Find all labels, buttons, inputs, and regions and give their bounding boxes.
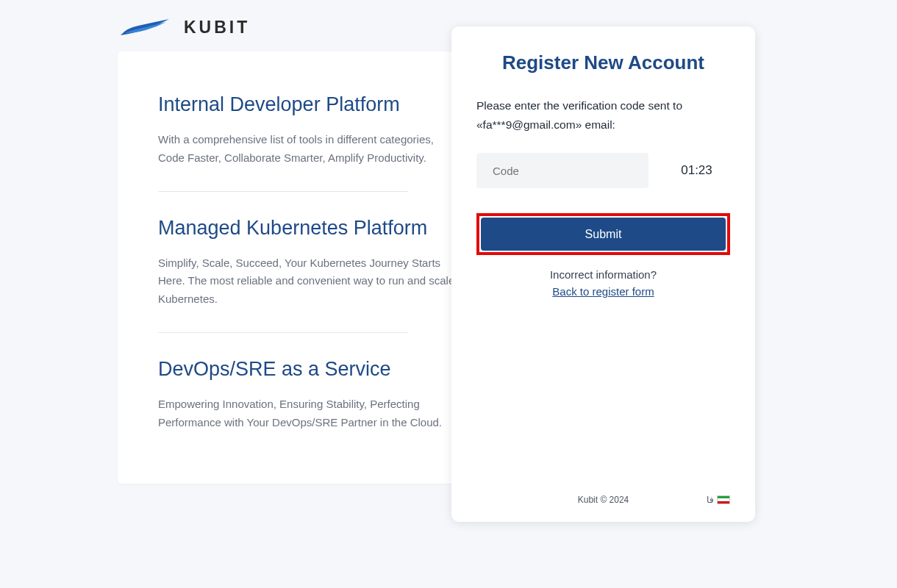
- card-title: Register New Account: [476, 51, 730, 74]
- brand-name: KUBIT: [184, 18, 250, 37]
- feature-title: DevOps/SRE as a Service: [158, 356, 460, 382]
- feature-desc: With a comprehensive list of tools in di…: [158, 131, 460, 168]
- back-to-register-link[interactable]: Back to register form: [552, 285, 654, 298]
- feature-desc: Simplify, Scale, Succeed, Your Kubernete…: [158, 254, 460, 309]
- verification-instruction: Please enter the verification code sent …: [476, 96, 730, 134]
- submit-button[interactable]: Submit: [481, 218, 726, 251]
- feature-title: Internal Developer Platform: [158, 92, 460, 118]
- copyright-text: Kubit © 2024: [578, 495, 629, 505]
- feature-idp: Internal Developer Platform With a compr…: [158, 92, 460, 168]
- incorrect-info-text: Incorrect information?: [476, 268, 730, 281]
- feature-desc: Empowering Innovation, Ensuring Stabilit…: [158, 395, 460, 432]
- verification-code-input[interactable]: [476, 153, 648, 188]
- countdown-timer: 01:23: [663, 163, 730, 178]
- feature-devops: DevOps/SRE as a Service Empowering Innov…: [158, 356, 460, 432]
- logo-icon: [118, 15, 175, 40]
- submit-highlight: Submit: [476, 213, 730, 255]
- feature-k8s: Managed Kubernetes Platform Simplify, Sc…: [158, 215, 460, 309]
- divider: [158, 332, 408, 333]
- code-row: 01:23: [476, 153, 730, 188]
- register-card: Register New Account Please enter the ve…: [451, 26, 755, 522]
- feature-title: Managed Kubernetes Platform: [158, 215, 460, 241]
- divider: [158, 191, 408, 192]
- language-toggle[interactable]: فا: [707, 495, 730, 505]
- flag-icon: [717, 495, 730, 504]
- language-label: فا: [707, 495, 714, 505]
